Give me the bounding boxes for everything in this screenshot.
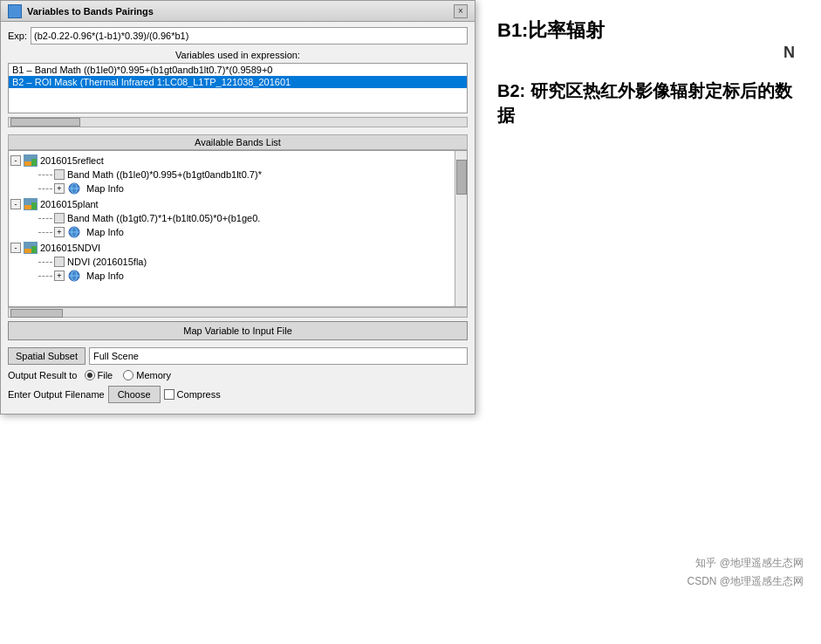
dialog-window: Variables to Bands Pairings × Exp: Varia… (0, 0, 475, 414)
tree-connector-1 (38, 175, 52, 175)
image-icon-reflect (24, 154, 38, 168)
filename-row: Enter Output Filename Choose Compress (8, 386, 468, 403)
output-memory-option[interactable]: Memory (123, 370, 171, 380)
memory-radio-dot (123, 370, 133, 380)
file-radio-label: File (98, 370, 113, 380)
variable-item-b2[interactable]: B2 – ROI Mask (Thermal Infrared 1:LC08_L… (9, 76, 467, 88)
svg-rect-14 (31, 246, 37, 253)
bands-list-container[interactable]: - 2016015reflect Band Math (8, 150, 468, 307)
tree-expand-mapinfo1[interactable]: + (54, 183, 65, 194)
spatial-subset-button[interactable]: Spatial Subset (8, 347, 86, 365)
tree-item-2016015reflect[interactable]: - 2016015reflect (9, 153, 467, 168)
expression-row: Exp: (8, 27, 468, 45)
tree-expand-mapinfo2[interactable]: + (54, 227, 65, 237)
svg-rect-1 (24, 161, 31, 166)
dialog-title-area: Variables to Bands Pairings (8, 4, 154, 18)
image-icon-ndvi (24, 241, 38, 255)
bands-list: - 2016015reflect Band Math (9, 151, 467, 285)
output-radio-group: File Memory (85, 370, 171, 380)
tree-label-bandmath1: Band Math ((b1le0)*0.995+(b1gt0andb1lt0.… (67, 169, 262, 180)
dialog-titlebar: Variables to Bands Pairings × (1, 1, 475, 22)
tree-label-reflect: 2016015reflect (40, 155, 104, 166)
tree-connector-3 (38, 218, 52, 219)
svg-rect-13 (24, 249, 31, 253)
bands-vertical-scrollbar[interactable] (455, 151, 467, 306)
bands-hscroll-thumb[interactable] (10, 309, 63, 318)
tree-label-ndvi-band: NDVI (2016015fla) (67, 257, 147, 267)
tree-label-mapinfo1: Map Info (86, 183, 124, 194)
tree-connector-5 (38, 262, 52, 263)
dialog-body: Exp: Variables used in expression: B1 – … (1, 22, 475, 414)
dialog-title-icon (8, 4, 22, 18)
band-icon-3 (54, 257, 65, 267)
tree-label-plant: 2016015plant (40, 199, 99, 209)
spatial-subset-input[interactable] (89, 347, 468, 365)
bands-section-label: Available Bands List (8, 134, 468, 150)
output-result-label: Output Result to (8, 370, 78, 380)
close-button[interactable]: × (454, 4, 468, 18)
band-icon-1 (54, 169, 65, 180)
svg-rect-8 (31, 202, 37, 209)
expression-input[interactable] (31, 27, 468, 45)
tree-label-mapinfo3: Map Info (86, 271, 124, 281)
tree-connector-6 (38, 276, 52, 277)
tree-item-ndvi-band[interactable]: NDVI (2016015fla) (26, 256, 467, 268)
band-icon-2 (54, 213, 65, 223)
filename-label: Enter Output Filename (8, 389, 105, 400)
compress-label: Compress (177, 389, 221, 400)
watermark-line1: 知乎 @地理遥感生态网 (687, 554, 804, 573)
tree-expand-mapinfo3[interactable]: + (54, 271, 65, 281)
variables-hscroll-thumb[interactable] (10, 118, 80, 127)
svg-rect-2 (31, 159, 37, 166)
file-radio-dot (85, 370, 95, 380)
variables-section-label: Variables used in expression: (8, 50, 468, 60)
watermark-line2: CSDN @地理遥感生态网 (687, 572, 804, 592)
tree-item-2016015plant[interactable]: - 2016015plant (9, 196, 467, 212)
tree-label-mapinfo2: Map Info (86, 227, 124, 237)
variable-item-b1[interactable]: B1 – Band Math ((b1le0)*0.995+(b1gt0andb… (9, 64, 467, 76)
globe-icon-1 (67, 182, 81, 195)
spatial-subset-row: Spatial Subset (8, 347, 468, 365)
watermark: 知乎 @地理遥感生态网 CSDN @地理遥感生态网 (687, 554, 804, 592)
bands-hscrollbar[interactable] (8, 307, 468, 318)
tree-item-mapinfo3[interactable]: + Map Info (26, 268, 467, 284)
variables-hscrollbar[interactable] (8, 117, 468, 127)
north-letter: N (783, 44, 795, 61)
map-variable-button[interactable]: Map Variable to Input File (8, 321, 468, 340)
output-file-option[interactable]: File (85, 370, 113, 380)
image-icon-plant (24, 197, 38, 211)
compress-checkbox[interactable] (164, 389, 174, 400)
compress-checkbox-label[interactable]: Compress (164, 389, 221, 400)
exp-label: Exp: (8, 31, 27, 41)
variables-list[interactable]: B1 – Band Math ((b1le0)*0.995+(b1gt0andb… (8, 63, 468, 113)
bg-title: B1:比率辐射 (497, 17, 804, 44)
tree-connector-2 (38, 188, 52, 189)
globe-icon-3 (67, 269, 81, 283)
tree-item-2016015ndvi[interactable]: - 2016015NDVI (9, 240, 467, 256)
tree-item-mapinfo1[interactable]: + Map Info (26, 181, 467, 196)
north-arrow-indicator: N (783, 44, 795, 62)
globe-icon-2 (67, 225, 81, 239)
svg-rect-7 (24, 205, 31, 209)
tree-connector-4 (38, 232, 52, 233)
choose-button[interactable]: Choose (108, 386, 161, 403)
tree-expand-plant[interactable]: - (10, 199, 21, 209)
tree-expand-ndvi[interactable]: - (10, 243, 21, 253)
tree-label-ndvi: 2016015NDVI (40, 243, 100, 253)
memory-radio-label: Memory (136, 370, 171, 380)
tree-expand-reflect[interactable]: - (10, 155, 21, 166)
tree-label-bandmath2: Band Math ((b1gt0.7)*1+(b1lt0.05)*0+(b1g… (67, 213, 260, 223)
bands-vscroll-thumb[interactable] (456, 160, 467, 195)
bg-subtitle: B2: 研究区热红外影像辐射定标后的数据 (497, 79, 804, 127)
output-result-row: Output Result to File Memory (8, 370, 468, 380)
dialog-title-text: Variables to Bands Pairings (27, 6, 154, 17)
tree-item-mapinfo2[interactable]: + Map Info (26, 224, 467, 240)
tree-item-bandmath1[interactable]: Band Math ((b1le0)*0.995+(b1gt0andb1lt0.… (26, 168, 467, 181)
tree-item-bandmath2[interactable]: Band Math ((b1gt0.7)*1+(b1lt0.05)*0+(b1g… (26, 212, 467, 224)
